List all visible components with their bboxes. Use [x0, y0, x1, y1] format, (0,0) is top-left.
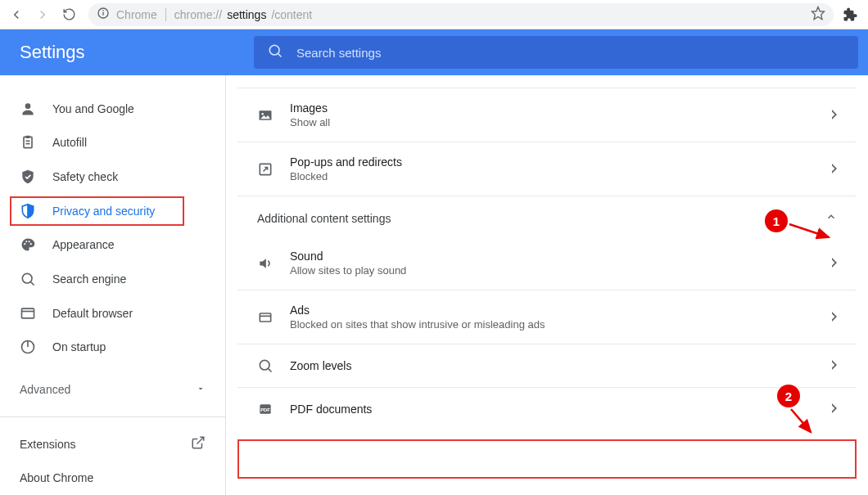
- svg-point-4: [269, 45, 279, 55]
- row-subtitle: Blocked: [290, 170, 830, 182]
- sidebar-item-label: Autofill: [52, 136, 87, 149]
- svg-marker-33: [832, 312, 837, 322]
- sidebar-item-label: Safety check: [52, 170, 118, 183]
- sidebar-item-label: On startup: [52, 340, 106, 353]
- content-row-sound[interactable]: Sound Allow sites to play sound: [237, 236, 857, 290]
- sidebar-item-label: Appearance: [52, 238, 115, 251]
- chevron-right-icon: [830, 402, 837, 416]
- svg-rect-1: [102, 11, 103, 15]
- sidebar-item-label: Search engine: [52, 272, 126, 286]
- svg-marker-26: [832, 110, 837, 119]
- svg-point-14: [30, 243, 32, 245]
- search-settings-box[interactable]: [254, 36, 858, 69]
- svg-rect-8: [26, 136, 30, 138]
- about-label: About Chrome: [20, 471, 93, 484]
- extensions-icon[interactable]: [837, 7, 863, 22]
- row-title: Images: [290, 101, 830, 115]
- row-title: Sound: [290, 250, 830, 263]
- chevron-right-icon: [830, 358, 837, 373]
- sidebar-item-label: Default browser: [52, 307, 133, 320]
- palette-icon: [20, 236, 36, 253]
- chevron-down-icon: [196, 383, 206, 396]
- sidebar-item-search-engine[interactable]: Search engine: [0, 262, 225, 296]
- content-panel: Images Show all Pop-ups and redirects Bl…: [226, 75, 868, 495]
- svg-line-16: [31, 282, 34, 286]
- svg-marker-3: [812, 7, 825, 19]
- content-row-truncated: [237, 75, 857, 88]
- sidebar: You and Google Autofill Safety check Pri…: [0, 75, 226, 495]
- row-subtitle: Allow sites to play sound: [290, 264, 830, 277]
- svg-line-35: [269, 369, 272, 372]
- svg-line-5: [278, 54, 282, 57]
- svg-line-22: [197, 437, 204, 443]
- row-title: Ads: [290, 304, 830, 317]
- chevron-right-icon: [830, 310, 837, 325]
- pdf-icon: PDF: [257, 401, 290, 417]
- search-icon: [267, 43, 283, 62]
- svg-point-34: [260, 360, 269, 370]
- sidebar-item-autofill[interactable]: Autofill: [0, 126, 225, 160]
- clipboard-icon: [20, 134, 36, 151]
- svg-rect-17: [22, 308, 34, 318]
- image-icon: [257, 107, 290, 124]
- chevron-right-icon: [830, 162, 837, 177]
- row-title: Zoom levels: [290, 359, 830, 372]
- url-text: Chrome chrome://settings/content: [116, 8, 312, 21]
- svg-point-13: [29, 241, 30, 243]
- row-subtitle: Show all: [290, 116, 830, 128]
- advanced-label: Advanced: [20, 383, 70, 396]
- svg-marker-36: [832, 360, 837, 370]
- annotation-badge-2: 2: [777, 385, 800, 407]
- svg-rect-7: [24, 137, 32, 148]
- annotation-badge-1: 1: [765, 209, 788, 232]
- settings-header: Settings: [0, 29, 868, 75]
- additional-content-settings-header[interactable]: Additional content settings: [237, 196, 857, 236]
- sidebar-item-appearance[interactable]: Appearance: [0, 228, 225, 263]
- back-button[interactable]: [5, 3, 28, 26]
- content-row-ads[interactable]: Ads Blocked on sites that show intrusive…: [237, 290, 857, 344]
- person-icon: [20, 101, 36, 117]
- page-title: Settings: [0, 42, 254, 63]
- svg-marker-29: [260, 259, 266, 268]
- chevron-up-icon: [825, 211, 837, 225]
- content-row-popups[interactable]: Pop-ups and redirects Blocked: [237, 142, 857, 196]
- site-info-icon[interactable]: [97, 7, 110, 23]
- svg-point-12: [25, 241, 27, 243]
- sidebar-item-safety-check[interactable]: Safety check: [0, 160, 225, 194]
- sidebar-item-default-browser[interactable]: Default browser: [0, 296, 225, 331]
- shield-icon: [20, 203, 36, 219]
- chevron-right-icon: [830, 256, 837, 271]
- open-external-icon: [191, 435, 206, 452]
- address-bar[interactable]: Chrome chrome://settings/content: [88, 3, 834, 26]
- svg-point-6: [25, 103, 31, 109]
- extensions-label: Extensions: [20, 438, 75, 451]
- zoom-icon: [257, 358, 290, 374]
- sidebar-item-you-and-google[interactable]: You and Google: [0, 92, 225, 126]
- search-icon: [20, 271, 36, 287]
- sidebar-advanced-toggle[interactable]: Advanced: [0, 372, 225, 407]
- sidebar-item-on-startup[interactable]: On startup: [0, 330, 225, 364]
- svg-marker-21: [199, 388, 203, 390]
- browser-icon: [20, 305, 36, 322]
- content-row-pdf-documents[interactable]: PDF PDF documents: [237, 388, 857, 430]
- bookmark-star-icon[interactable]: [811, 6, 825, 24]
- svg-marker-28: [832, 164, 837, 173]
- row-subtitle: Blocked on sites that show intrusive or …: [290, 318, 830, 331]
- reload-button[interactable]: [57, 3, 80, 26]
- sidebar-extensions-link[interactable]: Extensions: [0, 427, 225, 461]
- svg-text:PDF: PDF: [260, 407, 270, 412]
- search-input[interactable]: [296, 46, 845, 60]
- svg-rect-2: [102, 10, 103, 11]
- forward-button[interactable]: [31, 3, 54, 26]
- shield-check-icon: [20, 169, 36, 185]
- content-row-zoom-levels[interactable]: Zoom levels: [237, 344, 857, 388]
- section-title: Additional content settings: [257, 212, 391, 225]
- chevron-right-icon: [830, 108, 837, 123]
- sidebar-about-chrome[interactable]: About Chrome: [0, 461, 225, 495]
- content-row-images[interactable]: Images Show all: [237, 88, 857, 142]
- svg-point-15: [22, 273, 32, 283]
- svg-rect-31: [260, 313, 270, 322]
- annotation-highlight-pdf: [237, 439, 857, 479]
- sound-icon: [257, 255, 290, 272]
- sidebar-item-privacy-security[interactable]: Privacy and security: [0, 194, 225, 228]
